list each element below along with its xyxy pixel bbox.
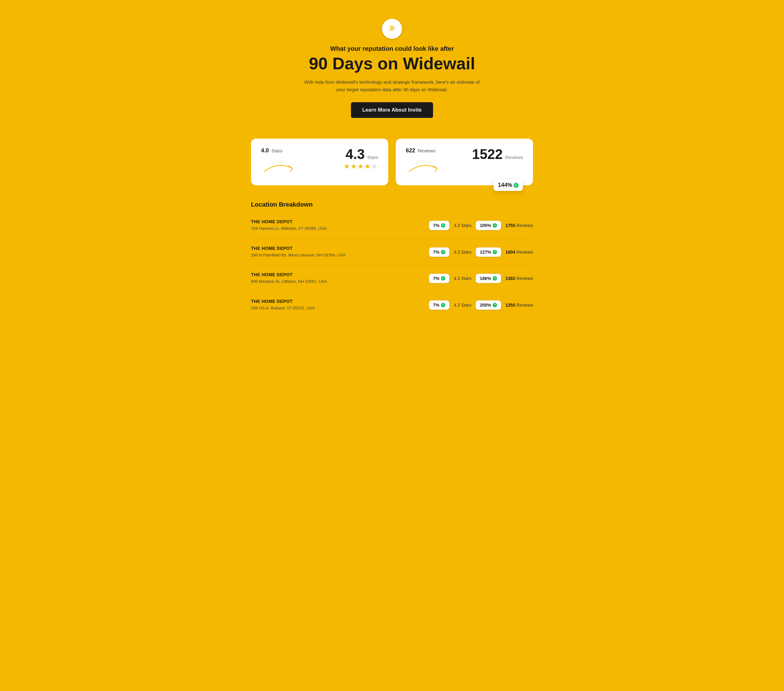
current-stars-number: 4.0	[261, 147, 269, 153]
reviews-target-1: 1755 Reviews	[506, 223, 533, 228]
stars-target-4: 4.3 Stars	[454, 303, 471, 308]
stars-pct-value-4: 7%	[433, 303, 439, 308]
target-reviews-label: Reviews	[505, 155, 523, 160]
reviews-pct-badge-3: 186%	[476, 274, 501, 283]
reviews-pct-value-3: 186%	[480, 276, 491, 281]
location-info-2: THE HOME DEPOT 296 N Plainfield Rd, West…	[251, 246, 429, 258]
cards-section: 4.0 Stars 4.3 Stars	[251, 139, 533, 185]
stars-card-row: 4.0 Stars 4.3 Stars	[261, 147, 378, 175]
stars-pct-badge-2: 7%	[429, 247, 450, 257]
location-name-4: THE HOME DEPOT	[251, 299, 429, 304]
location-info-3: THE HOME DEPOT 895 Meadow St, Littleton,…	[251, 272, 429, 285]
stars-green-dot-3	[441, 276, 445, 280]
location-stats-1: 7% 4.3 Stars 105% 1755 Reviews	[429, 221, 533, 230]
star-1: ★	[344, 162, 350, 171]
location-section: Location Breakdown THE HOME DEPOT 759 Ha…	[251, 201, 533, 318]
stars-green-dot-1	[441, 223, 445, 228]
target-reviews-number: 1522	[472, 147, 502, 161]
location-item-1: THE HOME DEPOT 759 Harvest Ln, Williston…	[251, 212, 533, 239]
reviews-green-dot-3	[492, 276, 497, 280]
stars-green-dot-2	[441, 250, 445, 254]
location-stats-3: 7% 4.3 Stars 186% 1382 Reviews	[429, 274, 533, 283]
description: With help from Widewail's technology and…	[304, 78, 480, 94]
location-info-4: THE HOME DEPOT 299 US-4, Rutland, VT 057…	[251, 299, 429, 311]
location-name-1: THE HOME DEPOT	[251, 219, 429, 224]
reviews-target-3: 1382 Reviews	[506, 276, 533, 281]
learn-more-button[interactable]: Learn More About Invite	[351, 102, 433, 118]
stars-pct-value-1: 7%	[433, 223, 439, 228]
reviews-pct-value-1: 105%	[480, 223, 491, 228]
current-reviews: 622 Reviews	[406, 147, 443, 154]
location-info-1: THE HOME DEPOT 759 Harvest Ln, Williston…	[251, 219, 429, 232]
stars-pct-badge-3: 7%	[429, 274, 450, 283]
reviews-card-right: 1522 Reviews	[472, 147, 523, 161]
page-wrapper: What your reputation could look like aft…	[251, 13, 533, 318]
location-item-2: THE HOME DEPOT 296 N Plainfield Rd, West…	[251, 239, 533, 265]
stars-target-3: 4.3 Stars	[454, 276, 471, 281]
current-stars-label: Stars	[271, 148, 282, 153]
chevron-icon-wrapper	[382, 19, 402, 39]
reviews-green-dot-2	[492, 250, 497, 254]
reviews-pct-value-2: 127%	[480, 249, 491, 255]
star-4: ★	[364, 162, 371, 171]
star-2: ★	[351, 162, 357, 171]
location-address-2: 296 N Plainfield Rd, West Lebanon, NH 03…	[251, 252, 429, 258]
location-item-3: THE HOME DEPOT 895 Meadow St, Littleton,…	[251, 265, 533, 292]
stars-card-right: 4.3 Stars ★ ★ ★ ★ ★	[344, 147, 378, 171]
reviews-card-left: 622 Reviews	[406, 147, 443, 175]
reviews-pct-badge-2: 127%	[476, 247, 501, 257]
location-name-2: THE HOME DEPOT	[251, 246, 429, 251]
location-stats-4: 7% 4.3 Stars 200% 1350 Reviews	[429, 300, 533, 310]
location-name-3: THE HOME DEPOT	[251, 272, 429, 277]
location-address-1: 759 Harvest Ln, Williston, VT 05495, USA	[251, 226, 429, 232]
badge-plus-icon	[514, 183, 519, 188]
reviews-pct-badge-1: 105%	[476, 221, 501, 230]
star-3: ★	[357, 162, 364, 171]
current-reviews-label: Reviews	[418, 148, 436, 153]
stars-card-left: 4.0 Stars	[261, 147, 299, 175]
reviews-pct-badge-4: 200%	[476, 300, 501, 310]
stars-arrow	[261, 160, 299, 175]
location-address-3: 895 Meadow St, Littleton, NH 03561, USA	[251, 279, 429, 285]
reviews-arrow	[406, 160, 443, 175]
stars-pct-badge-4: 7%	[429, 300, 450, 310]
reviews-card: 622 Reviews 1522 Reviews	[396, 139, 533, 185]
stars-target-1: 4.3 Stars	[454, 223, 471, 228]
current-reviews-number: 622	[406, 147, 415, 153]
main-title: 90 Days on Widewail	[251, 54, 533, 73]
location-item-4: THE HOME DEPOT 299 US-4, Rutland, VT 057…	[251, 292, 533, 318]
reviews-target-4: 1350 Reviews	[506, 303, 533, 308]
location-address-4: 299 US-4, Rutland, VT 05701, USA	[251, 305, 429, 311]
stars-pct-value-3: 7%	[433, 276, 439, 281]
stars-pct-badge-1: 7%	[429, 221, 450, 230]
target-stars-label: Stars	[367, 155, 378, 160]
reviews-target-2: 1604 Reviews	[506, 249, 533, 255]
location-title: Location Breakdown	[251, 201, 533, 208]
stars-target-2: 4.3 Stars	[454, 249, 471, 255]
reviews-card-row: 622 Reviews 1522 Reviews	[406, 147, 523, 175]
subtitle: What your reputation could look like aft…	[251, 45, 533, 52]
stars-green-dot-4	[441, 303, 445, 307]
target-stars-number: 4.3	[346, 147, 365, 161]
chevron-double-right-icon	[388, 24, 396, 34]
current-stars: 4.0 Stars	[261, 147, 299, 154]
badge-value: 144%	[498, 182, 512, 188]
reviews-pct-value-4: 200%	[480, 303, 491, 308]
location-stats-2: 7% 4.3 Stars 127% 1604 Reviews	[429, 247, 533, 257]
stars-card: 4.0 Stars 4.3 Stars	[251, 139, 388, 185]
star-5: ★	[371, 162, 377, 171]
reviews-badge: 144%	[494, 179, 523, 191]
location-list: THE HOME DEPOT 759 Harvest Ln, Williston…	[251, 212, 533, 318]
header-section: What your reputation could look like aft…	[251, 13, 533, 127]
reviews-green-dot-4	[492, 303, 497, 307]
reviews-green-dot-1	[492, 223, 497, 228]
stars-pct-value-2: 7%	[433, 249, 439, 255]
stars-row: ★ ★ ★ ★ ★	[344, 162, 378, 171]
